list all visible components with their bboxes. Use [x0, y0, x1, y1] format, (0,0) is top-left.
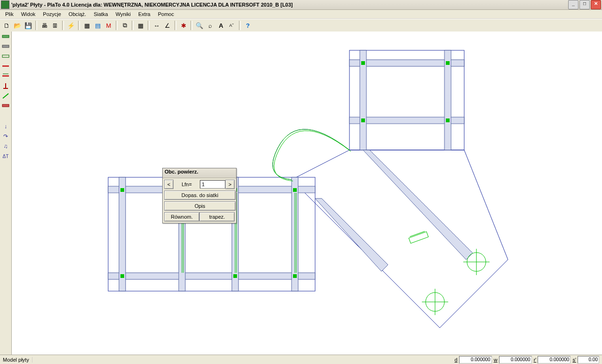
svg-rect-9: [2, 104, 9, 107]
lfn-prev-button[interactable]: <: [164, 180, 174, 189]
copy-icon[interactable]: ⧉: [119, 20, 130, 31]
print-preview-icon[interactable]: 🗏: [50, 20, 60, 31]
help-icon[interactable]: ?: [243, 20, 253, 31]
window-title: 'plyta2' Płyty - PlaTo 4.0 Licencja dla:…: [11, 2, 568, 8]
drawing-canvas[interactable]: Obc. powierz. < Lfn= > Dopas. do siatki …: [12, 32, 602, 355]
svg-rect-0: [2, 35, 9, 38]
bar-red2-icon[interactable]: [1, 72, 10, 80]
menu-wyniki[interactable]: Wyniki: [112, 11, 134, 17]
app-icon: [1, 0, 9, 9]
svg-rect-1: [2, 45, 9, 47]
svg-rect-2: [2, 55, 9, 57]
lfn-input[interactable]: [200, 180, 225, 189]
model-drawing: [12, 32, 602, 355]
status-r-value: 0.000000: [538, 356, 570, 364]
svg-line-8: [3, 94, 8, 98]
status-d-label: d: [455, 357, 458, 363]
menu-pomoc[interactable]: Pomoc: [155, 11, 177, 17]
bolt-icon[interactable]: ⚡: [66, 20, 76, 31]
print-icon[interactable]: 🖶: [39, 20, 49, 31]
svg-rect-38: [293, 274, 297, 278]
svg-rect-41: [361, 119, 365, 122]
svg-rect-4: [2, 75, 9, 77]
open-file-icon[interactable]: 📂: [12, 20, 23, 31]
fit-to-grid-button[interactable]: Dopas. do siatki: [164, 190, 236, 200]
slab-grey-icon[interactable]: [1, 42, 10, 51]
bar-red-icon[interactable]: [1, 62, 10, 71]
status-w-label: w: [494, 357, 498, 363]
svg-marker-25: [363, 150, 473, 260]
dialog-title: Obc. powierz.: [163, 168, 236, 178]
lfn-next-button[interactable]: >: [225, 180, 235, 189]
surface-load-dialog[interactable]: Obc. powierz. < Lfn= > Dopas. do siatki …: [162, 168, 237, 223]
zoom-area-icon[interactable]: ⌕: [205, 20, 215, 31]
arrow-curve-icon[interactable]: ↷: [1, 132, 10, 141]
text-a-icon[interactable]: A: [216, 20, 226, 31]
menu-bar: Plik Widok Pozycje Obciąż. Siatka Wyniki…: [0, 10, 602, 19]
bug-icon[interactable]: ✱: [178, 20, 189, 31]
save-icon[interactable]: 💾: [23, 20, 33, 31]
status-w-value: 0.000000: [499, 356, 532, 364]
svg-rect-40: [446, 61, 450, 65]
measure-icon[interactable]: ↔: [151, 20, 162, 31]
minimize-button[interactable]: _: [568, 0, 578, 9]
menu-pozycje[interactable]: Pozycje: [40, 11, 64, 17]
lfn-label: Lfn=: [174, 182, 200, 187]
main-toolbar: 🗋 📂 💾 🖶 🗏 ⚡ ▦ ▤ M ⧉ ▦ ↔ ∠ ✱ 🔍 ⌕ A A˅ ?: [0, 19, 602, 32]
menu-extra[interactable]: Extra: [135, 11, 154, 17]
angle-icon[interactable]: ∠: [162, 20, 173, 31]
description-button[interactable]: Opis: [164, 201, 236, 211]
svg-marker-14: [292, 150, 508, 328]
status-bar: Model płyty d0.000000 w0.000000 r'0.0000…: [0, 355, 602, 364]
menu-widok[interactable]: Widok: [18, 11, 39, 17]
trapezoidal-button[interactable]: trapez.: [199, 212, 235, 222]
m-icon[interactable]: M: [103, 20, 114, 31]
slab-green-icon[interactable]: [1, 32, 10, 41]
svg-rect-16: [108, 273, 315, 279]
note-icon[interactable]: ♫: [1, 142, 10, 150]
svg-rect-23: [360, 50, 366, 150]
draw-green-icon[interactable]: [1, 92, 10, 100]
slab-outline-icon[interactable]: [1, 52, 10, 61]
text-small-icon[interactable]: A˅: [227, 20, 237, 31]
slab-red-icon[interactable]: [1, 102, 10, 110]
svg-rect-17: [119, 177, 126, 291]
svg-line-44: [410, 231, 425, 237]
menu-obciaz[interactable]: Obciąż.: [65, 11, 89, 17]
new-file-icon[interactable]: 🗋: [1, 20, 12, 31]
svg-rect-36: [120, 274, 124, 278]
status-s-value: 0.00: [578, 356, 599, 364]
grid-icon[interactable]: ▦: [82, 20, 92, 31]
svg-rect-33: [120, 188, 124, 192]
svg-rect-42: [446, 119, 450, 122]
status-r-label: r': [534, 357, 537, 363]
menu-plik[interactable]: Plik: [2, 11, 17, 17]
menu-siatka[interactable]: Siatka: [90, 11, 111, 17]
close-button[interactable]: ✕: [591, 0, 601, 9]
svg-rect-39: [361, 61, 365, 65]
svg-marker-26: [315, 198, 388, 271]
side-toolbar: ↓ ↷ ♫ ΔT: [0, 32, 12, 355]
svg-rect-3: [2, 65, 9, 67]
zoom-in-icon[interactable]: 🔍: [194, 20, 205, 31]
layers-icon[interactable]: ▤: [93, 20, 103, 31]
svg-rect-24: [444, 50, 451, 150]
title-bar: 'plyta2' Płyty - PlaTo 4.0 Licencja dla:…: [0, 0, 602, 10]
support-icon[interactable]: [1, 82, 10, 90]
status-message: Model płyty: [0, 357, 32, 363]
svg-rect-35: [293, 188, 297, 192]
status-d-value: 0.000000: [459, 356, 492, 364]
uniform-button[interactable]: Równom.: [164, 212, 199, 222]
arrow-down-icon[interactable]: ↓: [1, 122, 10, 131]
svg-rect-37: [233, 274, 237, 278]
grid2-icon[interactable]: ▦: [135, 20, 146, 31]
delta-t-icon[interactable]: ΔT: [1, 152, 10, 160]
maximize-button[interactable]: □: [579, 0, 590, 9]
status-s-label: s': [572, 357, 576, 363]
